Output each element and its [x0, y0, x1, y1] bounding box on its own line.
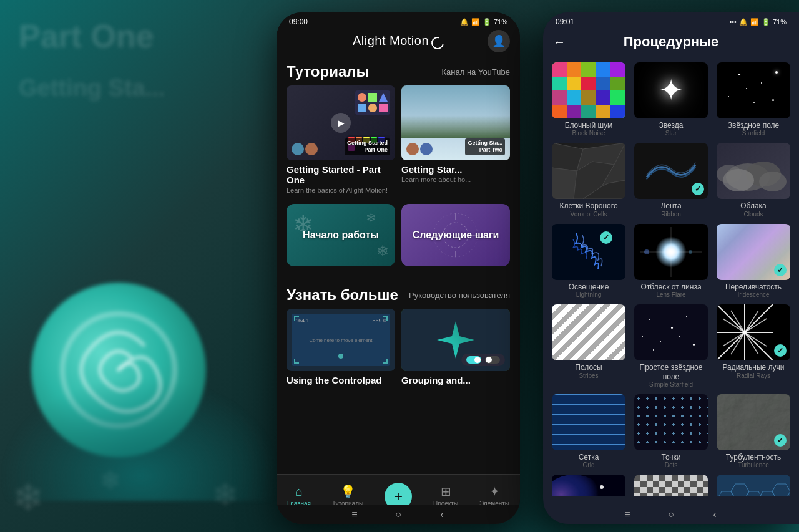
tutorials-title: Туториалы [287, 63, 369, 80]
android-menu-btn-left[interactable]: ≡ [348, 508, 361, 521]
thumb-checker [634, 475, 708, 496]
grid-item-lensflare[interactable]: Отблеск от линза Lens Flare [630, 221, 712, 301]
grid-item-hex[interactable] [713, 472, 794, 496]
shape-circle [358, 93, 366, 102]
grid-item-radial-rays[interactable]: ✓ Радиальные лучи Radial Rays [713, 302, 794, 390]
step-card-next[interactable]: Следующие шаги [401, 204, 510, 266]
back-button[interactable]: ← [553, 35, 566, 49]
grid-item-starfield[interactable]: Звёздное поле Starfield [713, 60, 794, 139]
android-home-btn-right[interactable]: ○ [665, 508, 677, 521]
block-noise-name: Блочный шум [565, 121, 613, 130]
user-guide-link[interactable]: Руководство пользователя [409, 291, 510, 300]
nav-item-tutorials[interactable]: 💡 Туториалы [332, 485, 363, 507]
step-card-start[interactable]: ❄ ❄ ❄ Начало работы [287, 204, 395, 266]
phone-scroll-content[interactable]: Туториалы Канал на YouTube [277, 53, 520, 496]
android-back-btn-right[interactable]: ‹ [708, 508, 721, 521]
corner-bl [294, 359, 299, 364]
grouping-card-title: Grouping and... [401, 371, 510, 387]
avatar-2 [305, 143, 318, 155]
shape-triangle [379, 93, 388, 102]
android-nav-left: ≡ ○ ‹ [277, 505, 520, 524]
step-card-start-text: Начало работы [303, 230, 379, 241]
grid-item-star[interactable]: ✦ Звезда Star [630, 60, 712, 139]
thumb-starfield [717, 62, 790, 118]
simple-starfield-name: Простое звёздное поле [633, 363, 709, 381]
ss-dot-3 [686, 316, 687, 317]
ss-dot-2 [671, 327, 673, 329]
bn-c5 [610, 62, 625, 77]
app-title-icon [429, 34, 446, 51]
star-dot-5 [772, 99, 774, 101]
status-icons-right: ••• 🔔 📶 🔋 71% [729, 18, 787, 26]
bn-c13 [581, 90, 596, 105]
nav-item-home[interactable]: ⌂ Главная [287, 485, 311, 507]
grid-item-clouds[interactable]: Облака Clouds [713, 140, 794, 220]
nav-item-elements[interactable]: ✦ Элементы [479, 485, 509, 507]
cosmic-svg [552, 475, 625, 496]
thumb-iridescence: ✓ [717, 224, 790, 280]
star-dot-1 [738, 74, 740, 75]
svg-line-31 [717, 332, 745, 360]
user-avatar-button[interactable]: 👤 [488, 30, 510, 52]
come-here-text: Come here to move element [301, 337, 380, 343]
grid-item-simple-starfield[interactable]: Простое звёздное поле Simple Starfield [630, 302, 712, 390]
android-home-btn-left[interactable]: ○ [392, 508, 404, 521]
grid-item-block-noise[interactable]: Блочный шум Block Noise [548, 60, 629, 139]
thumb-hex [717, 475, 790, 496]
grid-pattern [552, 394, 625, 450]
grid-item-stripes[interactable]: Полосы Stripes [548, 302, 629, 390]
grid-item-dots[interactable]: Точки Dots [630, 392, 712, 471]
grid-item-cosmic[interactable]: ✓ [548, 472, 629, 496]
shape-rhombus [379, 104, 388, 112]
clouds-name-en: Clouds [743, 211, 763, 218]
step-card-next-text: Следующие шаги [413, 230, 499, 241]
bn-c8 [581, 77, 596, 91]
status-icons-left: 🔔 📶 🔋 71% [460, 18, 507, 26]
iridescence-added-badge: ✓ [774, 264, 787, 276]
play-button-1[interactable]: ▶ [331, 113, 351, 133]
grid-item-checker[interactable] [630, 472, 712, 496]
star-shape: ✦ [659, 75, 684, 105]
app-title: Alight Motion [353, 34, 429, 48]
ss-dot-8 [653, 349, 654, 351]
thumb-cosmic: ✓ [552, 475, 625, 496]
grid-item-iridescence[interactable]: ✓ Переливчатость Iridescence [713, 221, 794, 301]
tutorial-thumb-1: ▶ Getting StartedPart One [287, 85, 395, 160]
grid-item-lightning[interactable]: ✓ Освещение Lightning [548, 221, 629, 301]
home-icon: ⌂ [295, 485, 303, 498]
bg-snowflake-3: ❄ [212, 477, 238, 513]
learn-card-grouping[interactable]: Grouping and... [401, 309, 510, 387]
shape-rect [358, 104, 366, 112]
grid-item-ribbon[interactable]: ✓ Лента Ribbon [630, 140, 712, 220]
grid-item-voronoi[interactable]: Клетки Вороного Voronoi Cells [548, 140, 629, 220]
iridescence-name-en: Iridescence [737, 291, 769, 298]
tutorial-card-2[interactable]: Getting Sta...Part Two Getting Star... L… [401, 85, 510, 194]
svg-point-16 [759, 172, 787, 191]
nav-item-projects[interactable]: ⊞ Проекты [433, 485, 458, 507]
android-back-btn-left[interactable]: ‹ [436, 508, 448, 521]
stripe-pattern [552, 304, 625, 360]
android-menu-btn-right[interactable]: ≡ [621, 508, 634, 521]
ground [401, 115, 510, 138]
corner-br [383, 359, 388, 364]
grid-item-grid[interactable]: Сетка Grid [548, 392, 629, 471]
ss-dot-4 [660, 341, 661, 342]
svg-marker-51 [717, 491, 735, 496]
stripes-name-en: Stripes [579, 372, 598, 379]
tutorial-card-1[interactable]: ▶ Getting StartedPart One Getting Starte… [287, 85, 395, 194]
grid-item-turbulence[interactable]: ✓ Турбулентность Turbulence [713, 392, 794, 471]
grid-pat-name: Сетка [579, 453, 599, 462]
learn-card-controlpad[interactable]: 164.1 569.0 Come here to move element [287, 309, 395, 387]
tutorial-cards-container: ▶ Getting StartedPart One Getting Starte… [277, 85, 520, 194]
right-header: ← Процедурные [543, 29, 799, 60]
star-name-en: Star [665, 130, 677, 137]
shape-square [368, 93, 377, 102]
ss-dot-7 [679, 336, 680, 337]
battery-icon: 🔋 [483, 18, 491, 26]
youtube-link[interactable]: Канал на YouTube [441, 67, 510, 77]
checker-pattern [634, 475, 708, 496]
thumb-content-1: ▶ Getting StartedPart One [287, 85, 395, 160]
clouds-name: Облака [740, 201, 767, 210]
learn-section-header: Узнать больше Руководство пользователя [277, 276, 520, 309]
phone-left: 09:00 🔔 📶 🔋 71% Alight Motion 👤 Туториал… [277, 12, 520, 524]
